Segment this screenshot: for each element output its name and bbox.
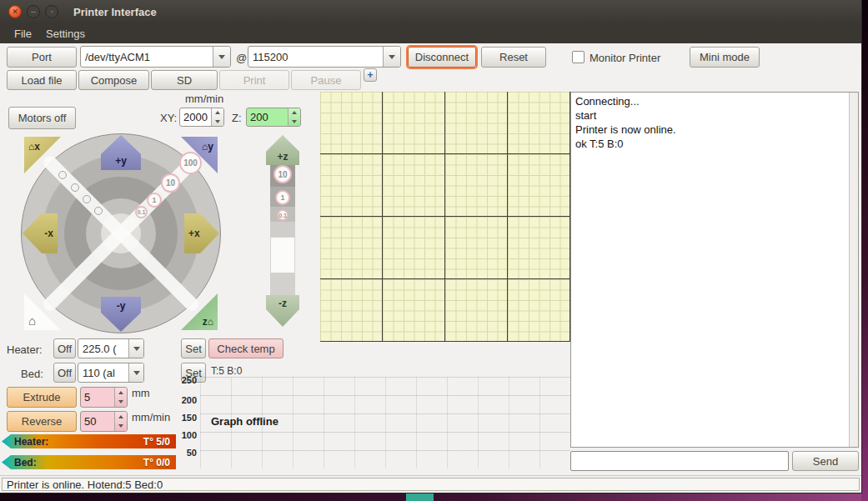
pause-button: Pause [291,70,361,90]
send-button[interactable]: Send [792,451,859,471]
monitor-printer-checkbox[interactable] [572,51,585,63]
z-feed-label: Z: [232,112,242,124]
bed-gauge: Bed: T° 0/0 [2,455,176,469]
close-icon[interactable] [8,5,22,18]
reset-button[interactable]: Reset [481,47,546,68]
graph-tick: 100 [175,430,197,440]
spin-up-icon[interactable] [212,108,223,118]
desktop-wallpaper-right [861,0,868,501]
load-file-button[interactable]: Load file [7,70,77,90]
port-combo[interactable]: /dev/ttyACM1 [80,46,231,68]
graph-tick: 150 [175,413,197,423]
spin-up-icon[interactable] [115,388,127,398]
xy-feed-spinner[interactable]: 2000 [179,108,224,127]
heater-preset-combo[interactable]: 225.0 ( [78,338,144,358]
disconnect-button[interactable]: Disconnect [408,47,476,68]
extrude-unit-label: mm [132,387,150,399]
xy-feed-label: XY: [160,112,177,124]
extrude-length-spinner[interactable]: 5 [80,387,128,408]
step-badge-10: 10 [161,173,180,193]
graph-tick: 50 [175,448,197,458]
menu-settings[interactable]: Settings [38,23,93,43]
jog-z-minus-button[interactable]: -z [266,295,299,327]
print-bed-grid[interactable] [320,92,570,342]
extrude-button[interactable]: Extrude [7,387,77,408]
graph-tick: 250 [175,375,197,385]
step-badge-1: 1 [147,193,162,208]
port-combo-value[interactable]: /dev/ttyACM1 [81,47,213,67]
chevron-down-icon[interactable] [383,47,400,67]
minimize-icon[interactable] [27,5,40,18]
spin-down-icon[interactable] [115,422,127,432]
z-feed-value[interactable]: 200 [247,108,288,126]
spinner-arrows[interactable] [211,108,223,126]
bed-preset-value[interactable]: 110 (al [78,363,128,382]
heater-label: Heater: [7,343,43,356]
z-jog-tower[interactable]: +z -z 10 1 0.1 [263,135,302,328]
spin-up-icon[interactable] [288,108,300,118]
chevron-down-icon[interactable] [213,47,230,67]
z-step-badge-0-1: 0.1 [277,209,288,221]
temp-readout: T:5 B:0 [211,365,242,377]
baud-combo[interactable]: 115200 [248,46,401,68]
desktop-wallpaper-accent [406,493,434,501]
menu-file[interactable]: File [7,23,39,43]
reverse-unit-label: mm/min [132,411,170,423]
z-segment[interactable] [270,237,295,273]
heater-set-button[interactable]: Set [181,338,206,358]
heater-off-button[interactable]: Off [53,338,76,358]
motors-off-button[interactable]: Motors off [8,107,76,129]
reverse-button[interactable]: Reverse [7,411,77,432]
z-feed-spinner[interactable]: 200 [246,108,301,127]
bed-preset-combo[interactable]: 110 (al [78,363,144,383]
log-line: start [571,108,858,123]
log-console[interactable]: Connecting... start Printer is now onlin… [570,92,859,448]
at-label: @ [236,52,247,64]
feed-header-label: mm/min [185,93,223,105]
spinner-arrows[interactable] [114,388,127,407]
spin-down-icon[interactable] [212,118,223,127]
spin-down-icon[interactable] [115,398,127,408]
spin-up-icon[interactable] [115,412,127,422]
window-title: Printer Interface [73,0,157,23]
check-temp-button[interactable]: Check temp [208,338,283,358]
z-segment[interactable] [270,222,295,237]
log-scrollbar[interactable] [849,93,858,447]
status-bar: Printer is online. Hotend:5 Bed:0 [0,475,861,493]
heater-gauge: Heater: T° 5/0 [2,434,176,448]
chevron-down-icon[interactable] [128,363,143,382]
z-step-badge-10: 10 [273,165,292,183]
spinner-arrows[interactable] [288,108,300,126]
bed-gauge-label: Bed: [2,457,37,468]
compose-button[interactable]: Compose [78,70,149,90]
graph-tick: 200 [175,395,197,405]
xy-jog-wheel[interactable]: 100 10 1 0.1 +y -y -x +x ⌂x ⌂y ⌂ z⌂ [21,133,221,333]
jog-dot [83,195,91,203]
titlebar[interactable]: Printer Interface [0,0,861,23]
spinner-arrows[interactable] [114,412,127,431]
command-input[interactable] [570,451,789,471]
port-button[interactable]: Port [7,47,77,68]
spin-down-icon[interactable] [288,118,300,127]
add-custom-button[interactable]: + [364,68,377,82]
mini-mode-button[interactable]: Mini mode [690,47,760,68]
maximize-icon[interactable] [45,5,58,18]
jog-dot [94,207,103,215]
bed-label: Bed: [21,368,43,380]
graph-status-label: Graph offline [211,415,278,428]
z-segment[interactable] [270,273,295,295]
step-badge-0-1: 0.1 [135,206,148,218]
jog-z-plus-button[interactable]: +z [266,135,299,165]
extrude-speed-value[interactable]: 50 [81,412,114,431]
jog-dot [71,183,79,192]
extrude-speed-spinner[interactable]: 50 [80,411,128,432]
sd-button[interactable]: SD [151,70,218,90]
extrude-length-value[interactable]: 5 [81,388,114,407]
monitor-printer-label[interactable]: Monitor Printer [590,52,660,64]
heater-preset-value[interactable]: 225.0 ( [78,339,128,358]
log-line: Printer is now online. [571,123,858,137]
baud-combo-value[interactable]: 115200 [248,47,383,67]
bed-off-button[interactable]: Off [53,363,76,383]
chevron-down-icon[interactable] [128,339,143,358]
xy-feed-value[interactable]: 2000 [180,108,211,126]
